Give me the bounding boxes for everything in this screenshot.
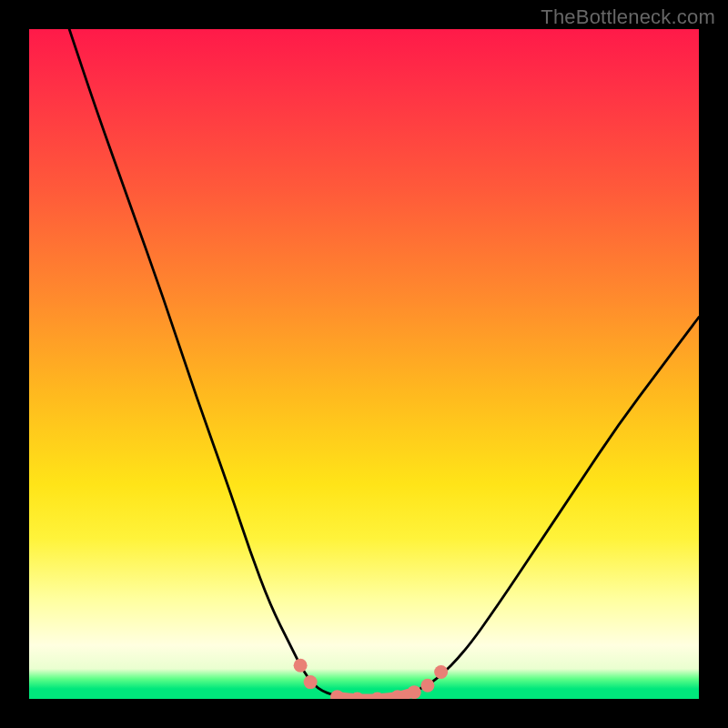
chart-frame: TheBottleneck.com: [0, 0, 728, 728]
valley-marker: [330, 690, 344, 699]
valley-markers: [294, 659, 449, 699]
curve-layer: [29, 29, 699, 699]
plot-area: [29, 29, 699, 699]
valley-marker: [420, 679, 434, 693]
valley-marker: [304, 675, 318, 689]
valley-marker: [408, 685, 421, 699]
valley-marker: [434, 665, 448, 679]
valley-marker: [294, 659, 308, 672]
watermark-text: TheBottleneck.com: [541, 5, 715, 29]
bottleneck-curve: [69, 29, 699, 699]
valley-marker: [350, 693, 364, 700]
valley-marker: [370, 693, 384, 700]
